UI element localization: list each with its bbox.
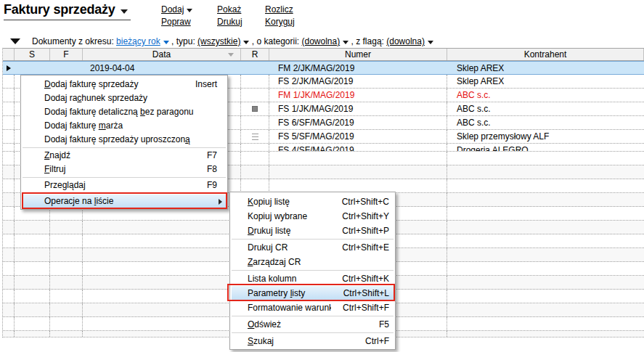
edit-link[interactable]: Popraw: [161, 16, 192, 28]
column-header-numer[interactable]: Numer: [269, 49, 447, 60]
submenu-item-shortcut: Ctrl+F: [354, 334, 389, 348]
submenu-separator: [232, 270, 394, 271]
submenu-item[interactable]: Kopiuj listęCtrl+Shift+C: [232, 195, 394, 209]
context-menu-item-label: Filtruj: [44, 163, 195, 176]
submenu-separator: [232, 332, 394, 333]
submenu-item-shortcut: Ctrl+Shift+P: [330, 224, 389, 238]
submenu-item-label: Drukuj CR: [248, 240, 330, 255]
r-status-lines-icon: [252, 134, 258, 140]
context-menu-item[interactable]: PrzeglądajF9: [23, 179, 226, 192]
action-column-2: Pokaż Drukuj: [217, 4, 242, 28]
category-dropdown-icon: [343, 41, 349, 44]
row-selector-cell: [3, 75, 15, 88]
submenu-item-shortcut: F5: [367, 317, 389, 332]
grid-header-row: S F Data R Numer Kontrahent: [3, 48, 644, 61]
invoice-list-window: Faktury sprzedaży Dodaj Popraw Pokaż Dru…: [0, 0, 644, 352]
context-menu-item[interactable]: FiltrujF8: [23, 163, 226, 176]
correct-link[interactable]: Koryguj: [265, 16, 295, 28]
cell-numer: FS 6/SF/MAG/2019: [269, 116, 447, 129]
category-filter-label: , o kategorii:: [249, 36, 301, 46]
submenu-item[interactable]: Formatowanie warunkoweCtrl+Shift+F: [232, 300, 394, 315]
submenu-item[interactable]: Drukuj listęCtrl+Shift+P: [232, 224, 394, 238]
add-menu-link[interactable]: Dodaj: [161, 4, 184, 16]
collapse-panel-icon[interactable]: [10, 38, 20, 44]
context-menu-item[interactable]: Operacje na liście: [23, 195, 226, 208]
submenu-item-shortcut: Ctrl+Shift+L: [332, 286, 389, 300]
flag-dropdown-icon: [428, 41, 433, 44]
type-filter-label: , typu:: [169, 36, 197, 46]
submenu-item-label: Parametry listy: [248, 286, 332, 300]
column-header-r[interactable]: R: [241, 49, 269, 60]
context-menu-item-shortcut: F7: [195, 149, 217, 163]
submenu-item[interactable]: Zarządzaj CR: [232, 255, 394, 269]
submenu-item-shortcut: Ctrl+Shift+E: [330, 240, 389, 255]
submenu-item-label: Szukaj: [248, 334, 354, 348]
submenu-item[interactable]: Lista kolumnCtrl+Shift+K: [232, 271, 394, 286]
submenu-item-label: Drukuj listę: [248, 224, 330, 238]
column-header-f[interactable]: F: [50, 49, 83, 60]
cell-r: [241, 89, 269, 102]
row-selector-cell: [3, 130, 15, 143]
flag-filter-label: , z flagą:: [349, 36, 386, 46]
submenu-item-shortcut: Ctrl+Shift+K: [330, 271, 389, 286]
submenu-item-shortcut: Ctrl+Shift+F: [331, 300, 389, 315]
filter-prefix-label: Dokumenty z okresu:: [32, 36, 116, 46]
settle-link[interactable]: Rozlicz: [265, 4, 295, 16]
row-selector-cell: [3, 144, 15, 151]
action-column-1: Dodaj Popraw: [161, 4, 192, 28]
cell-numer: FS 4/SF/MAG/2019: [269, 144, 447, 151]
context-menu-item-label: Dodaj fakturę detaliczną bez paragonu: [44, 105, 217, 119]
context-menu-item[interactable]: ZnajdźF7: [23, 149, 226, 163]
cell-kontrahent: Sklep AREX: [447, 75, 644, 88]
context-menu-separator: [23, 147, 226, 148]
cell-numer: FS 1/JK/MAG/2019: [269, 102, 447, 115]
submenu-item[interactable]: Drukuj CRCtrl+Shift+E: [232, 240, 394, 255]
cell-kontrahent: ABC s.c.: [447, 89, 644, 102]
submenu-separator: [232, 316, 394, 316]
row-selector-cell: [3, 89, 15, 102]
submenu-item[interactable]: Kopiuj wybraneCtrl+Shift+Y: [232, 209, 394, 224]
column-header-data[interactable]: Data: [83, 49, 241, 60]
table-row[interactable]: 2019-04-04FM 2/JK/MAG/2019Sklep AREX: [3, 61, 644, 75]
cell-numer: FM 2/JK/MAG/2019: [269, 62, 447, 74]
title-dropdown-icon: [121, 9, 128, 14]
submenu-item[interactable]: Parametry listyCtrl+Shift+L: [232, 286, 394, 300]
list-operations-submenu: Kopiuj listęCtrl+Shift+CKopiuj wybraneCt…: [229, 192, 396, 350]
context-menu-item[interactable]: Dodaj fakturę marża: [23, 119, 226, 133]
context-menu: Dodaj fakturę sprzedażyInsertDodaj rachu…: [20, 75, 228, 210]
context-menu-item[interactable]: Dodaj fakturę sprzedażyInsert: [23, 78, 226, 91]
cell-data: 2019-04-04: [83, 62, 241, 74]
cell-numer: FM 1/JK/MAG/2019: [269, 89, 447, 102]
show-link[interactable]: Pokaż: [217, 4, 242, 16]
column-header-selector[interactable]: [3, 49, 15, 60]
category-filter[interactable]: (dowolna): [302, 36, 349, 46]
row-selector-cell: [3, 102, 15, 115]
column-header-kontrahent[interactable]: Kontrahent: [447, 49, 644, 60]
flag-filter[interactable]: (dowolna): [386, 36, 433, 46]
period-filter[interactable]: bieżący rok: [116, 36, 169, 46]
submenu-item[interactable]: OdświeżF5: [232, 317, 394, 332]
context-menu-item-shortcut: F8: [195, 163, 217, 176]
page-title-dropdown[interactable]: Faktury sprzedaży: [4, 2, 131, 20]
column-header-s[interactable]: S: [15, 49, 50, 60]
row-selector-cell: [3, 116, 15, 129]
add-dropdown-icon: [187, 9, 192, 12]
type-filter[interactable]: (wszystkie): [197, 36, 249, 46]
context-menu-item-label: Dodaj fakturę sprzedaży uproszczoną: [44, 133, 217, 147]
cell-kontrahent: ABC s.c.: [447, 116, 644, 129]
submenu-item-label: Zarządzaj CR: [248, 255, 389, 269]
submenu-item[interactable]: SzukajCtrl+F: [232, 334, 394, 348]
context-menu-item[interactable]: Dodaj fakturę detaliczną bez paragonu: [23, 105, 226, 119]
context-menu-item[interactable]: Dodaj fakturę sprzedaży uproszczoną: [23, 133, 226, 147]
context-menu-item-label: Znajdź: [44, 149, 195, 163]
cell-numer: FS 5/SF/MAG/2019: [269, 130, 447, 143]
filter-bar: Dokumenty z okresu: bieżący rok , typu: …: [10, 36, 433, 46]
action-column-3: Rozlicz Koryguj: [265, 4, 295, 28]
context-menu-item-label: Przeglądaj: [44, 179, 195, 192]
selected-row-marker-icon: [7, 65, 11, 71]
row-selector-cell: [3, 62, 15, 74]
context-menu-item[interactable]: Dodaj rachunek sprzedaży: [23, 91, 226, 105]
print-link[interactable]: Drukuj: [217, 16, 242, 28]
cell-r: [241, 102, 269, 115]
context-menu-item-shortcut: Insert: [184, 78, 217, 91]
